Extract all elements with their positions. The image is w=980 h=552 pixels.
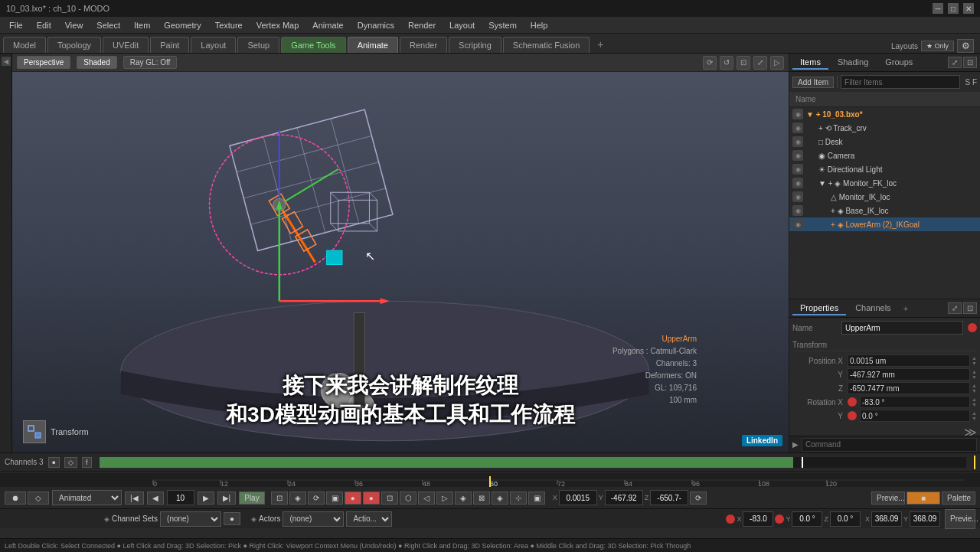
item-track[interactable]: ◉ + ⟲ Track_crv: [789, 121, 980, 135]
play-label-button[interactable]: Play: [239, 492, 264, 505]
tab-scripting[interactable]: Scripting: [449, 37, 501, 53]
raygl-button[interactable]: Ray GL: Off: [123, 56, 178, 69]
tl-key-button[interactable]: ◇: [64, 457, 77, 468]
preview-btn2[interactable]: Previe...: [945, 509, 975, 529]
timeline-bar[interactable]: [100, 457, 966, 468]
sx-input[interactable]: [871, 511, 902, 527]
goto-start-button[interactable]: |◀: [125, 492, 144, 505]
tab-schematic[interactable]: Schematic Fusion: [503, 37, 590, 53]
preview-button[interactable]: Previe...: [871, 492, 905, 505]
tab-uvedit[interactable]: UVEdit: [103, 37, 149, 53]
only-button[interactable]: ★ Only: [921, 41, 954, 51]
color-dot[interactable]: [968, 323, 977, 332]
palettes-button[interactable]: Palette: [942, 492, 975, 505]
add-props-tab[interactable]: +: [903, 304, 908, 313]
tab-render[interactable]: Render: [400, 37, 447, 53]
z-coord-input[interactable]: [650, 490, 688, 505]
y-coord-input[interactable]: [605, 490, 643, 505]
tool-14[interactable]: ⊹: [510, 492, 527, 505]
tab-topology[interactable]: Topology: [47, 37, 101, 53]
name-value[interactable]: UpperArm: [841, 321, 963, 335]
menu-system[interactable]: System: [482, 19, 523, 31]
tab-groups[interactable]: Groups: [877, 56, 920, 70]
eye-icon-monitor-ik[interactable]: ◉: [792, 191, 803, 202]
eye-icon-light[interactable]: ◉: [792, 164, 803, 175]
eye-icon-camera[interactable]: ◉: [792, 150, 803, 161]
menu-file[interactable]: File: [3, 19, 29, 31]
menu-layout[interactable]: Layout: [443, 19, 481, 31]
menu-geometry[interactable]: Geometry: [158, 19, 207, 31]
tl-record-button[interactable]: ●: [48, 457, 60, 468]
record-icon-btn[interactable]: ⏺: [5, 492, 26, 505]
eye-icon-root[interactable]: ◉: [792, 109, 803, 119]
menu-edit[interactable]: Edit: [31, 19, 57, 31]
add-item-button[interactable]: Add Item: [792, 77, 834, 88]
menu-item[interactable]: Item: [128, 19, 156, 31]
tool-4[interactable]: ▣: [326, 492, 343, 505]
eye-icon-monitor-fk[interactable]: ◉: [792, 178, 803, 188]
tab-layout[interactable]: Layout: [191, 37, 236, 53]
tab-paint[interactable]: Paint: [150, 37, 189, 53]
layouts-label[interactable]: Layouts: [891, 42, 918, 51]
expand-icon[interactable]: ▷: [770, 56, 784, 70]
tool-8[interactable]: ⬡: [400, 492, 416, 505]
menu-animate[interactable]: Animate: [306, 19, 349, 31]
pos-x-up[interactable]: ▲: [972, 355, 977, 361]
expand-props-button[interactable]: ⤢: [948, 302, 962, 314]
minimize-button[interactable]: ─: [933, 3, 943, 14]
key-icon-btn[interactable]: ◇: [28, 492, 49, 505]
pos-z-up[interactable]: ▲: [972, 383, 977, 388]
tool-3[interactable]: ⟳: [308, 492, 325, 505]
item-root[interactable]: ◉ ▼ + 10_03.bxo*: [789, 107, 980, 121]
add-tab-button[interactable]: +: [591, 36, 609, 53]
tool-15[interactable]: ▣: [528, 492, 545, 505]
tool-9[interactable]: ◁: [418, 492, 435, 505]
tool-2[interactable]: ◈: [289, 492, 306, 505]
tool-1[interactable]: ⊡: [271, 492, 288, 505]
menu-help[interactable]: Help: [524, 19, 554, 31]
sy-input[interactable]: [910, 511, 940, 527]
channel-sets-dropdown[interactable]: (none): [160, 511, 221, 527]
tab-model[interactable]: Model: [3, 37, 46, 53]
expand-panel-button[interactable]: ⤢: [948, 57, 962, 68]
shading-button[interactable]: Shaded: [77, 56, 116, 69]
rot-y-up[interactable]: ▲: [972, 410, 977, 416]
item-monitor-fk[interactable]: ◉ ▼ + ◈ Monitor_FK_loc: [789, 176, 980, 190]
close-button[interactable]: ✕: [963, 3, 974, 14]
item-base-ik[interactable]: ◉ + ◈ Base_IK_loc: [789, 204, 980, 217]
collapse-panel-button[interactable]: ⊡: [963, 57, 977, 68]
rot-x-value[interactable]: -83.0 °: [860, 396, 970, 408]
tool-13[interactable]: ◈: [492, 492, 508, 505]
pos-y-value[interactable]: -467.927 mm: [848, 368, 970, 381]
tab-properties[interactable]: Properties: [792, 302, 846, 315]
tab-setup[interactable]: Setup: [237, 37, 279, 53]
tool-10[interactable]: ▷: [436, 492, 453, 505]
tool-11[interactable]: ◈: [455, 492, 472, 505]
maximize-icon[interactable]: ⤢: [753, 56, 767, 70]
item-light[interactable]: ◉ ☀ Directional Light: [789, 162, 980, 176]
item-desk[interactable]: ◉ □ Desk: [789, 135, 980, 149]
tool-5-red[interactable]: ●: [345, 492, 361, 505]
eye-icon-desk[interactable]: ◉: [792, 136, 803, 147]
next-frame-button[interactable]: ▶|: [217, 492, 237, 505]
menu-render[interactable]: Render: [402, 19, 442, 31]
menu-texture[interactable]: Texture: [209, 19, 249, 31]
prev-frame-button[interactable]: ◀: [147, 492, 164, 505]
item-monitor-ik[interactable]: ◉ △ Monitor_IK_loc: [789, 190, 980, 204]
rot-y-value[interactable]: 0.0 °: [860, 410, 970, 422]
rx-input[interactable]: [743, 511, 773, 527]
ry-input[interactable]: [792, 511, 822, 527]
tab-items[interactable]: Items: [792, 56, 828, 70]
pos-z-value[interactable]: -650.7477 mm: [848, 382, 970, 394]
menu-select[interactable]: Select: [90, 19, 126, 31]
tl-func-button[interactable]: f: [82, 457, 92, 468]
tool-12[interactable]: ⊠: [473, 492, 490, 505]
rz-input[interactable]: [830, 511, 861, 527]
rotate-icon[interactable]: ⟳: [703, 56, 717, 70]
menu-vertex-map[interactable]: Vertex Map: [250, 19, 305, 31]
active-render-btn[interactable]: ■: [906, 492, 940, 505]
tool-6-red[interactable]: ●: [363, 492, 380, 505]
zoom-fit-icon[interactable]: ⊡: [737, 56, 750, 70]
collapse-props-button[interactable]: ⊡: [963, 302, 977, 314]
item-lowerarm[interactable]: ◉ + ◈ LowerArm (2)_IKGoal: [789, 217, 980, 231]
